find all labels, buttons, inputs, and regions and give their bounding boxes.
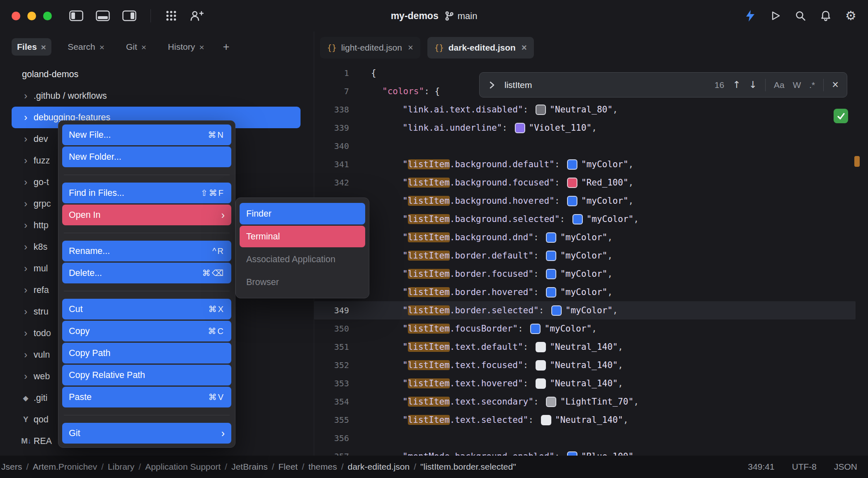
line-number[interactable]: 340 xyxy=(314,141,349,151)
previous-match-icon[interactable]: ↑ xyxy=(732,80,740,90)
regex-toggle[interactable]: .* xyxy=(809,80,815,90)
file-encoding[interactable]: UTF-8 xyxy=(792,462,817,472)
whole-word-toggle[interactable]: W xyxy=(793,80,801,90)
code-line[interactable]: 356 xyxy=(314,429,856,447)
color-swatch[interactable] xyxy=(536,342,546,352)
notifications-bell-icon[interactable] xyxy=(820,10,832,22)
code-line[interactable]: 339"link.ai.underline": "Violet_110", xyxy=(314,119,856,137)
editor-tab-light-edited-json[interactable]: {}light-edited.json× xyxy=(320,37,420,59)
code-line[interactable]: 348"listItem.border.hovered": "myColor", xyxy=(314,283,856,301)
menu-item-delete[interactable]: Delete...⌘⌫ xyxy=(62,263,231,283)
close-icon[interactable]: × xyxy=(408,43,413,52)
breadcrumb-item[interactable]: JetBrains xyxy=(231,462,268,472)
breadcrumb-item[interactable]: "listItem.border.selected" xyxy=(420,462,516,472)
sidebar-tab-history[interactable]: History× xyxy=(162,38,210,56)
toggle-bottom-panel-icon[interactable] xyxy=(96,10,110,22)
run-icon[interactable] xyxy=(769,10,781,22)
expand-replace-chevron-icon[interactable] xyxy=(488,80,496,90)
menu-item-copy-relative-path[interactable]: Copy Relative Path xyxy=(62,365,231,385)
code-line-content[interactable]: "listItem.background.focused": "Red_100"… xyxy=(371,178,633,188)
submenu-item-finder[interactable]: Finder xyxy=(240,203,365,224)
find-query[interactable]: listItem xyxy=(504,80,532,90)
code-line-content[interactable]: "colors": { xyxy=(371,86,440,96)
code-line-content[interactable]: "mentMode.background.enabled": "Blue_100… xyxy=(371,451,639,456)
inspections-ok-badge[interactable] xyxy=(834,109,848,123)
toggle-left-panel-icon[interactable] xyxy=(69,10,83,22)
breadcrumb-item[interactable]: Artem.Pronichev xyxy=(33,462,97,472)
code-line[interactable]: 340 xyxy=(314,137,856,155)
menu-item-rename[interactable]: Rename...^R xyxy=(62,241,231,261)
code-line-content[interactable]: "listItem.border.default": "myColor", xyxy=(371,251,613,261)
search-icon[interactable] xyxy=(795,10,806,22)
code-line-content[interactable]: "link.ai.underline": "Violet_110", xyxy=(371,123,597,133)
breadcrumb-item[interactable]: Jsers xyxy=(1,462,22,472)
tree-root-item[interactable]: goland-demos xyxy=(0,63,314,85)
code-line[interactable]: 345"listItem.background.dnd": "myColor", xyxy=(314,228,856,246)
line-number[interactable]: 353 xyxy=(314,378,349,388)
toggle-right-panel-icon[interactable] xyxy=(122,10,136,22)
code-line[interactable]: 342"listItem.background.focused": "Red_1… xyxy=(314,173,856,192)
line-number[interactable]: 352 xyxy=(314,360,349,370)
code-line-content[interactable]: "listItem.background.dnd": "myColor", xyxy=(371,232,613,243)
tree-item[interactable]: ›.github / workflows xyxy=(0,85,314,107)
breadcrumb-item[interactable]: Fleet xyxy=(279,462,298,472)
line-number[interactable]: 357 xyxy=(314,451,349,456)
code-line[interactable]: 343"listItem.background.hovered": "myCol… xyxy=(314,192,856,210)
line-number[interactable]: 355 xyxy=(314,415,349,425)
code-line[interactable]: 347"listItem.border.focused": "myColor", xyxy=(314,265,856,283)
color-swatch[interactable] xyxy=(536,360,546,371)
code-line-content[interactable]: "listItem.border.hovered": "myColor", xyxy=(371,287,613,298)
minimize-window-button[interactable] xyxy=(27,12,36,20)
project-switcher[interactable]: my-demos main xyxy=(391,10,478,22)
sidebar-tab-files[interactable]: Files× xyxy=(12,38,51,56)
code-line[interactable]: 352"listItem.text.focused": "Neutral_140… xyxy=(314,356,856,374)
code-line-content[interactable]: "listItem.focusBorder": "myColor", xyxy=(371,324,597,334)
sidebar-tab-git[interactable]: Git× xyxy=(121,38,152,56)
workspaces-grid-icon[interactable] xyxy=(165,10,177,22)
menu-item-cut[interactable]: Cut⌘X xyxy=(62,299,231,319)
code-line-content[interactable]: "listItem.text.focused": "Neutral_140", xyxy=(371,360,623,371)
color-swatch[interactable] xyxy=(515,123,525,133)
submenu-item-terminal[interactable]: Terminal xyxy=(240,226,365,247)
color-swatch[interactable] xyxy=(572,214,583,224)
line-number[interactable]: 349 xyxy=(314,305,349,315)
code-line[interactable]: 354"listItem.text.secondary": "LightTint… xyxy=(314,393,856,411)
close-icon[interactable]: × xyxy=(141,43,146,51)
code-line[interactable]: 338"link.ai.text.disabled": "Neutral_80"… xyxy=(314,100,856,119)
color-swatch[interactable] xyxy=(546,251,556,261)
code-line-content[interactable]: "listItem.text.secondary": "LightTint_70… xyxy=(371,397,639,407)
line-number[interactable]: 339 xyxy=(314,123,349,133)
sidebar-tab-search[interactable]: Search× xyxy=(62,38,110,56)
line-number[interactable]: 350 xyxy=(314,324,349,334)
line-number[interactable]: 7 xyxy=(314,86,349,96)
code-line[interactable]: 357"mentMode.background.enabled": "Blue_… xyxy=(314,447,856,456)
breadcrumb-item[interactable]: Library xyxy=(108,462,134,472)
line-number[interactable]: 356 xyxy=(314,433,349,443)
color-swatch[interactable] xyxy=(530,324,541,334)
code-line-content[interactable]: "listItem.text.default": "Neutral_140", xyxy=(371,342,623,352)
menu-item-git[interactable]: Git› xyxy=(62,423,231,444)
color-swatch[interactable] xyxy=(567,451,577,456)
code-line[interactable]: 351"listItem.text.default": "Neutral_140… xyxy=(314,338,856,356)
close-window-button[interactable] xyxy=(12,12,20,20)
close-icon[interactable]: × xyxy=(199,43,204,51)
color-swatch[interactable] xyxy=(536,378,546,389)
code-line-content[interactable]: "listItem.background.default": "myColor"… xyxy=(371,159,633,170)
menu-item-paste[interactable]: Paste⌘V xyxy=(62,387,231,407)
menu-item-open-in[interactable]: Open In› xyxy=(62,205,231,225)
color-swatch[interactable] xyxy=(546,397,556,407)
color-swatch[interactable] xyxy=(546,232,556,243)
editor-tab-dark-edited-json[interactable]: {}dark-edited.json× xyxy=(427,37,534,59)
code-line-content[interactable]: "listItem.background.selected": "myColor… xyxy=(371,214,639,224)
breadcrumb-item[interactable]: themes xyxy=(308,462,337,472)
zoom-window-button[interactable] xyxy=(43,12,52,20)
color-swatch[interactable] xyxy=(567,196,577,206)
code-line-content[interactable]: "link.ai.text.disabled": "Neutral_80", xyxy=(371,105,618,115)
line-number[interactable]: 338 xyxy=(314,105,349,115)
code-line[interactable]: 350"listItem.focusBorder": "myColor", xyxy=(314,319,856,338)
scrollbar-search-marker[interactable] xyxy=(854,156,860,167)
menu-item-new-folder[interactable]: New Folder... xyxy=(62,146,231,167)
code-line[interactable]: 341"listItem.background.default": "myCol… xyxy=(314,155,856,173)
menu-item-copy[interactable]: Copy⌘C xyxy=(62,321,231,341)
collaborate-add-person-icon[interactable] xyxy=(190,10,205,22)
